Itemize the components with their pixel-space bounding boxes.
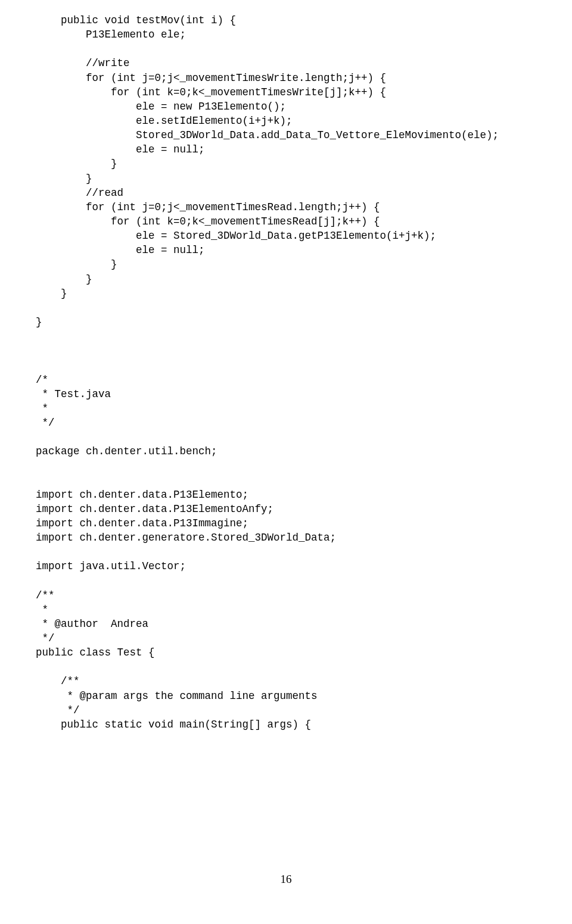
document-page: public void testMov(int i) { P13Elemento… [0,0,572,924]
code-block: public void testMov(int i) { P13Elemento… [36,13,536,732]
page-number: 16 [0,872,572,887]
